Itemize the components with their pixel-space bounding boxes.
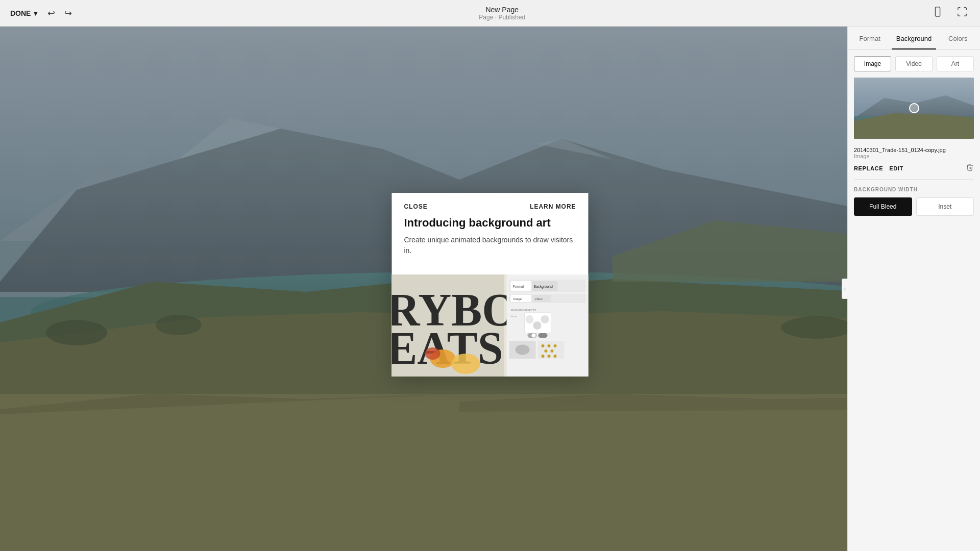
done-button[interactable]: DONE ▾ [10,9,37,17]
image-filename: 20140301_Trade-151_0124-copy.jpg [854,147,974,153]
svg-text:Format: Format [513,285,524,288]
modal-close-button[interactable]: CLOSE [404,203,428,210]
width-options: Full Bleed Inset [854,197,974,216]
toolbar-left: DONE ▾ ↩ ↪ [10,6,74,21]
background-width-label: BACKGROUND WIDTH [854,187,974,192]
sub-tab-video[interactable]: Video [895,56,933,71]
undo-button[interactable]: ↩ [45,6,57,21]
tab-colors[interactable]: Colors [936,27,980,49]
panel-image-info: 20140301_Trade-151_0124-copy.jpg Image [848,145,980,163]
sub-tab-image[interactable]: Image [854,56,891,71]
svg-point-52 [545,349,548,353]
inset-option[interactable]: Inset [916,197,974,216]
delete-button[interactable] [966,163,974,173]
modal-dialog: CLOSE LEARN MORE Introducing background … [392,193,589,377]
image-position-dot[interactable] [909,103,919,113]
svg-point-55 [548,355,551,358]
modal-description: Create unique animated backgrounds to dr… [404,235,576,256]
svg-point-50 [548,344,551,347]
panel-background-width-section: BACKGROUND WIDTH Full Bleed Inset [848,180,980,223]
done-label: DONE [10,9,31,17]
svg-rect-45 [538,333,548,338]
fullscreen-button[interactable] [954,4,970,22]
edit-button[interactable]: EDIT [889,165,903,171]
modal-preview-image: RYBODY EATS Format Background Image Vide… [392,274,589,377]
panel-sub-tabs: Image Video Art [848,50,980,71]
panel-tabs: Format Background Colors [848,27,980,50]
svg-text:Image: Image [513,297,522,300]
modal-learn-more-button[interactable]: LEARN MORE [530,203,576,210]
svg-text:Video: Video [535,297,543,300]
page-status: Page · Published [479,14,525,21]
panel-toggle[interactable]: ‹ [842,279,848,299]
svg-rect-17 [935,7,940,16]
svg-point-56 [554,355,557,358]
done-chevron: ▾ [34,9,37,17]
svg-point-41 [541,315,549,323]
image-type: Image [854,153,974,159]
tab-background[interactable]: Background [892,27,936,49]
svg-point-49 [542,344,545,347]
toolbar-right [930,4,970,22]
svg-text:Background: Background [534,285,553,289]
svg-point-25 [425,347,440,360]
sub-tab-art[interactable]: Art [937,56,974,71]
right-panel: ‹ Format Background Colors Image Video A… [847,27,980,551]
svg-text:None: None [511,315,517,318]
svg-point-42 [533,321,542,330]
svg-point-54 [542,355,545,358]
undo-redo-group: ↩ ↪ [45,6,74,21]
toolbar: DONE ▾ ↩ ↪ New Page Page · Published [0,0,980,27]
panel-image-preview [854,78,974,139]
modal-header: CLOSE LEARN MORE [392,193,589,216]
replace-button[interactable]: REPLACE [854,165,883,171]
mobile-preview-button[interactable] [930,4,945,22]
page-title: New Page [479,6,525,14]
panel-image-actions: REPLACE EDIT [848,163,980,179]
svg-point-40 [526,315,534,323]
svg-point-51 [554,344,557,347]
tab-format[interactable]: Format [848,27,892,49]
modal-body: Introducing background art Create unique… [392,216,589,274]
modal-title: Introducing background art [404,216,576,230]
svg-point-44 [532,334,536,338]
redo-button[interactable]: ↪ [62,6,74,21]
svg-point-53 [551,349,554,353]
full-bleed-option[interactable]: Full Bleed [854,197,912,216]
svg-text:ANIMATED EFFECTS: ANIMATED EFFECTS [511,309,536,312]
toolbar-center: New Page Page · Published [479,6,525,21]
svg-point-47 [516,345,530,355]
svg-point-24 [452,354,480,374]
